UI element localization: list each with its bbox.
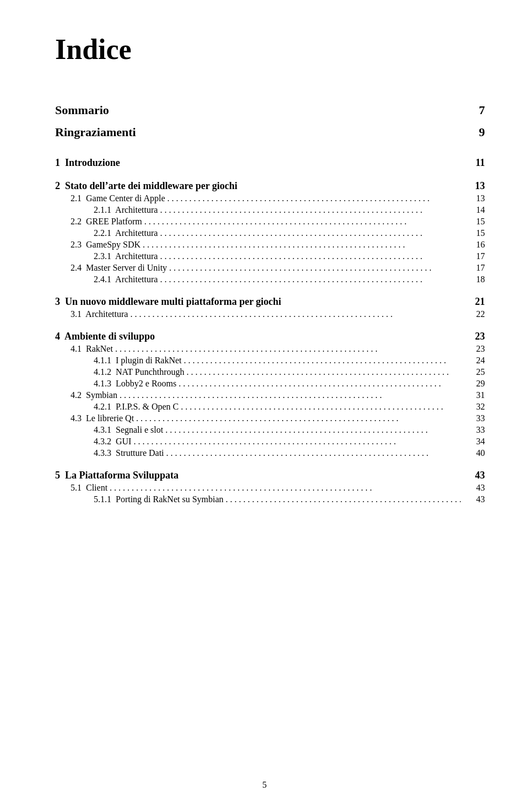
toc-entry-number: 23: [463, 344, 485, 354]
toc-subsection-entry: 5.1.1 Porting di RakNet su Symbian . . .…: [55, 494, 485, 504]
toc-entry-label: 1 Introduzione: [55, 157, 120, 169]
toc-section-entry: 5.1 Client . . . . . . . . . . . . . . .…: [55, 483, 485, 493]
toc-entry-number: 9: [463, 125, 485, 139]
toc-subsection-entry: 4.1.1 I plugin di RakNet . . . . . . . .…: [55, 356, 485, 365]
toc-entry-label: 2.3.1 Architettura: [94, 251, 158, 261]
toc-entry-label: 4.3 Le librerie Qt: [71, 413, 134, 423]
toc-entry-number: 31: [463, 390, 485, 400]
toc-entry-number: 32: [463, 402, 485, 412]
toc-entry-number: 15: [463, 228, 485, 238]
toc-dots: . . . . . . . . . . . . . . . . . . . . …: [184, 356, 461, 365]
toc-subsection-entry: 2.3.1 Architettura . . . . . . . . . . .…: [55, 251, 485, 261]
toc-dots: . . . . . . . . . . . . . . . . . . . . …: [115, 344, 461, 354]
toc-dots: . . . . . . . . . . . . . . . . . . . . …: [226, 494, 461, 504]
toc-entry-number: 13: [463, 193, 485, 203]
toc-dots: . . . . . . . . . . . . . . . . . . . . …: [160, 251, 461, 261]
toc-entry-number: 14: [463, 205, 485, 215]
toc-subsection-entry: 4.3.3 Strutture Dati . . . . . . . . . .…: [55, 448, 485, 458]
toc-entry-number: 18: [463, 275, 485, 284]
toc-subsection-entry: 2.1.1 Architettura . . . . . . . . . . .…: [55, 205, 485, 215]
toc-entry-number: 33: [463, 413, 485, 423]
toc-dots: . . . . . . . . . . . . . . . . . . . . …: [136, 413, 461, 423]
toc-entry-label: 4.3.2 GUI: [94, 437, 131, 447]
toc-subsection-entry: 2.2.1 Architettura . . . . . . . . . . .…: [55, 228, 485, 238]
toc-dots: . . . . . . . . . . . . . . . . . . . . …: [130, 309, 461, 319]
toc-entry-number: 43: [463, 470, 485, 481]
toc-section-entry: 2.1 Game Center di Apple . . . . . . . .…: [55, 193, 485, 203]
toc-entry-number: 43: [463, 494, 485, 504]
toc-entry-number: 34: [463, 437, 485, 447]
toc-chapter-entry: 1 Introduzione11: [55, 157, 485, 169]
toc-entry-label: 4.1.1 I plugin di RakNet: [94, 356, 182, 365]
toc-chapter-entry: 2 Stato dell’arte dei middleware per gio…: [55, 180, 485, 192]
toc-dots: . . . . . . . . . . . . . . . . . . . . …: [144, 217, 461, 227]
toc-entry-label: 2.1 Game Center di Apple: [71, 193, 165, 203]
toc-entry-label: 4.1.3 Lobby2 e Rooms: [94, 379, 176, 389]
toc-dots: . . . . . . . . . . . . . . . . . . . . …: [160, 275, 461, 284]
toc-dots: . . . . . . . . . . . . . . . . . . . . …: [165, 425, 461, 435]
toc-entry-number: 15: [463, 217, 485, 227]
toc-chapter-entry: 5 La Piattaforma Sviluppata43: [55, 470, 485, 481]
page-footer: 5: [0, 780, 529, 790]
toc-entry-label: 3.1 Architettura: [71, 309, 128, 319]
toc-entry-label: Ringraziamenti: [55, 125, 136, 139]
toc-entry-label: Sommario: [55, 103, 109, 117]
toc-entry-label: 5.1.1 Porting di RakNet su Symbian: [94, 494, 224, 504]
toc-container: Sommario7Ringraziamenti91 Introduzione11…: [55, 103, 485, 504]
toc-section-entry: 4.3 Le librerie Qt . . . . . . . . . . .…: [55, 413, 485, 423]
toc-dots: . . . . . . . . . . . . . . . . . . . . …: [133, 437, 461, 447]
toc-entry-label: 4.1 RakNet: [71, 344, 113, 354]
toc-entry-label: 4.1.2 NAT Punchthrough: [94, 367, 185, 377]
toc-subsection-entry: 4.2.1 P.I.P.S. & Open C . . . . . . . . …: [55, 402, 485, 412]
toc-entry-number: 13: [463, 180, 485, 192]
toc-dots: . . . . . . . . . . . . . . . . . . . . …: [160, 228, 461, 238]
toc-section-entry: 2.2 GREE Platform . . . . . . . . . . . …: [55, 217, 485, 227]
toc-section-entry: 2.4 Master Server di Unity . . . . . . .…: [55, 263, 485, 273]
toc-dots: . . . . . . . . . . . . . . . . . . . . …: [187, 367, 461, 377]
toc-entry-label: 4.2.1 P.I.P.S. & Open C: [94, 402, 179, 412]
toc-dots: . . . . . . . . . . . . . . . . . . . . …: [169, 263, 461, 273]
toc-entry-number: 16: [463, 240, 485, 250]
page-number: 5: [262, 780, 267, 789]
page-title: Indice: [55, 33, 485, 66]
toc-subsection-entry: 4.1.3 Lobby2 e Rooms . . . . . . . . . .…: [55, 379, 485, 389]
toc-chapter-entry: 3 Un nuovo middleware multi piattaforma …: [55, 296, 485, 308]
toc-entry-number: 29: [463, 379, 485, 389]
toc-dots: . . . . . . . . . . . . . . . . . . . . …: [120, 390, 461, 400]
toc-entry-label: 5 La Piattaforma Sviluppata: [55, 470, 179, 481]
toc-section-entry: 2.3 GameSpy SDK . . . . . . . . . . . . …: [55, 240, 485, 250]
toc-dots: . . . . . . . . . . . . . . . . . . . . …: [166, 448, 461, 458]
toc-entry-label: 2.4.1 Architettura: [94, 275, 158, 284]
toc-entry-label: 5.1 Client: [71, 483, 107, 493]
toc-entry-number: 22: [463, 309, 485, 319]
toc-dots: . . . . . . . . . . . . . . . . . . . . …: [181, 402, 461, 412]
toc-entry-label: 4.3.1 Segnali e slot: [94, 425, 163, 435]
toc-entry-label: 2.2.1 Architettura: [94, 228, 158, 238]
toc-section-entry: 4.1 RakNet . . . . . . . . . . . . . . .…: [55, 344, 485, 354]
toc-entry-label: 2.4 Master Server di Unity: [71, 263, 167, 273]
toc-entry-label: 2.3 GameSpy SDK: [71, 240, 141, 250]
toc-entry-label: 2.1.1 Architettura: [94, 205, 158, 215]
toc-dots: . . . . . . . . . . . . . . . . . . . . …: [168, 193, 461, 203]
toc-entry-number: 25: [463, 367, 485, 377]
toc-entry-label: 4 Ambiente di sviluppo: [55, 331, 155, 342]
toc-entry-number: 7: [463, 103, 485, 117]
toc-entry-label: 4.3.3 Strutture Dati: [94, 448, 164, 458]
toc-entry-number: 17: [463, 263, 485, 273]
toc-entry-label: 4.2 Symbian: [71, 390, 117, 400]
toc-subsection-entry: 4.3.1 Segnali e slot . . . . . . . . . .…: [55, 425, 485, 435]
toc-dots: . . . . . . . . . . . . . . . . . . . . …: [110, 483, 461, 493]
toc-entry-number: 40: [463, 448, 485, 458]
toc-entry-number: 17: [463, 251, 485, 261]
toc-entry-number: 24: [463, 356, 485, 365]
toc-major-entry: Ringraziamenti9: [55, 125, 485, 139]
toc-entry-label: 3 Un nuovo middleware multi piattaforma …: [55, 296, 281, 308]
toc-entry-number: 11: [463, 157, 485, 169]
toc-entry-number: 43: [463, 483, 485, 493]
toc-subsection-entry: 2.4.1 Architettura . . . . . . . . . . .…: [55, 275, 485, 284]
toc-entry-label: 2 Stato dell’arte dei middleware per gio…: [55, 180, 237, 192]
toc-dots: . . . . . . . . . . . . . . . . . . . . …: [179, 379, 461, 389]
toc-section-entry: 3.1 Architettura . . . . . . . . . . . .…: [55, 309, 485, 319]
toc-entry-number: 21: [463, 296, 485, 308]
toc-major-entry: Sommario7: [55, 103, 485, 117]
